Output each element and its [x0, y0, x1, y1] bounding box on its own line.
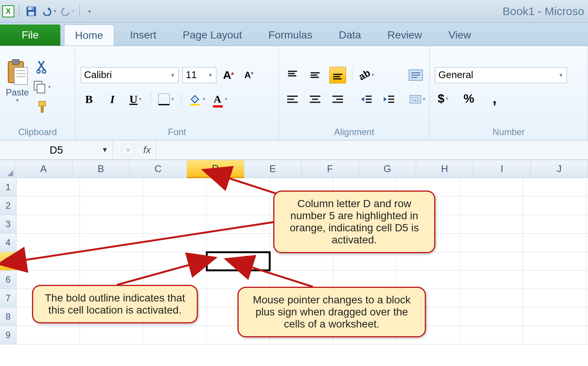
file-tab[interactable]: File — [0, 25, 60, 46]
font-name-value: Calibri — [84, 69, 112, 81]
annotation-callout-outline: The bold outline indicates that this cel… — [32, 285, 198, 323]
dropdown-icon[interactable]: ▼ — [47, 85, 51, 89]
align-middle-button[interactable] — [307, 67, 323, 83]
col-header-G[interactable]: G — [359, 160, 416, 178]
dropdown-icon[interactable]: ▼ — [138, 97, 142, 101]
align-bottom-icon — [332, 70, 344, 80]
row-header-5[interactable]: 5 — [0, 252, 17, 271]
separator — [19, 5, 19, 18]
font-name-combo[interactable]: Calibri ▼ — [81, 67, 179, 83]
row-header-9[interactable]: 9 — [0, 326, 17, 344]
col-header-E[interactable]: E — [244, 160, 302, 178]
align-top-button[interactable] — [284, 67, 301, 83]
svg-rect-15 — [37, 84, 45, 93]
wrap-text-button[interactable] — [407, 67, 424, 83]
row-header-3[interactable]: 3 — [0, 215, 17, 234]
orientation-button[interactable]: ab▼ — [358, 67, 375, 83]
borders-icon — [158, 93, 170, 105]
comma-format-button[interactable]: , — [486, 91, 503, 107]
bold-button[interactable]: B — [81, 91, 97, 108]
tab-home[interactable]: Home — [64, 25, 114, 46]
number-format-combo[interactable]: General ▼ — [435, 67, 567, 83]
tab-formulas[interactable]: Formulas — [258, 25, 323, 46]
paste-button[interactable]: Paste ▼ — [5, 58, 29, 103]
svg-rect-16 — [39, 101, 46, 106]
redo-icon — [60, 7, 70, 16]
save-button[interactable] — [24, 4, 39, 19]
grow-font-button[interactable]: A▴ — [220, 67, 237, 83]
fx-label[interactable]: fx — [143, 144, 151, 156]
dropdown-icon[interactable]: ▼ — [202, 97, 206, 101]
col-header-F[interactable]: F — [302, 160, 359, 178]
merge-icon: a — [409, 94, 421, 105]
percent-format-button[interactable]: % — [461, 91, 477, 107]
align-center-button[interactable] — [307, 91, 323, 108]
accounting-format-button[interactable]: $▼ — [435, 91, 452, 107]
undo-button[interactable]: ▼ — [42, 4, 57, 19]
svg-point-12 — [37, 70, 40, 73]
dropdown-icon[interactable]: ▼ — [422, 97, 426, 101]
row-header-6[interactable]: 6 — [0, 271, 17, 289]
decrease-indent-button[interactable] — [358, 91, 375, 108]
align-right-button[interactable] — [329, 91, 346, 108]
align-bottom-button[interactable] — [329, 67, 346, 83]
row-header-1[interactable]: 1 — [0, 178, 17, 197]
align-center-icon — [309, 95, 321, 104]
customize-qat-button[interactable]: ▾ — [84, 4, 94, 19]
redo-button[interactable]: ▼ — [60, 4, 75, 19]
underline-button[interactable]: U▼ — [127, 91, 144, 108]
font-size-combo[interactable]: 11 ▼ — [182, 67, 216, 83]
title-bar: X ▼ ▼ ▾ Book1 - Microso — [0, 0, 588, 23]
dropdown-icon[interactable]: ▼ — [53, 9, 57, 13]
row-header-2[interactable]: 2 — [0, 197, 17, 215]
dropdown-icon[interactable]: ▼ — [15, 98, 20, 103]
group-label: Alignment — [284, 126, 424, 138]
dropdown-icon[interactable]: ▼ — [445, 97, 449, 101]
excel-logo-icon[interactable]: X — [2, 5, 14, 17]
tab-page-layout[interactable]: Page Layout — [172, 25, 253, 46]
col-header-B[interactable]: B — [72, 160, 130, 178]
italic-button[interactable]: I — [104, 91, 121, 108]
row-header-4[interactable]: 4 — [0, 234, 17, 252]
col-header-D[interactable]: D — [187, 160, 244, 178]
tab-insert[interactable]: Insert — [119, 25, 167, 46]
plus-cursor-icon: ✚ — [241, 254, 251, 268]
dropdown-icon[interactable]: ▼ — [171, 97, 175, 101]
cut-button[interactable] — [33, 58, 51, 75]
row-header-7[interactable]: 7 — [0, 289, 17, 308]
col-header-J[interactable]: J — [531, 160, 588, 178]
format-painter-button[interactable] — [33, 99, 51, 116]
tab-data[interactable]: Data — [328, 25, 372, 46]
shrink-font-button[interactable]: A▾ — [240, 67, 257, 83]
col-header-A[interactable]: A — [15, 160, 72, 178]
tab-view[interactable]: View — [438, 25, 482, 46]
align-left-button[interactable] — [284, 91, 301, 108]
fill-color-button[interactable]: ▼ — [188, 91, 206, 108]
chevron-down-icon: ▾ — [88, 8, 91, 14]
row-header-8[interactable]: 8 — [0, 308, 17, 326]
svg-text:a: a — [415, 98, 416, 101]
orientation-icon: ab — [357, 67, 372, 83]
row-headers: 1 2 3 4 5 6 7 8 9 — [0, 178, 17, 344]
col-header-C[interactable]: C — [130, 160, 187, 178]
borders-button[interactable]: ▼ — [158, 91, 175, 108]
col-header-H[interactable]: H — [416, 160, 473, 178]
wrap-text-icon — [408, 69, 423, 81]
group-label: Font — [81, 126, 273, 138]
svg-rect-18 — [158, 94, 169, 105]
col-header-I[interactable]: I — [473, 160, 531, 178]
select-all-button[interactable] — [0, 160, 15, 178]
formula-input[interactable] — [156, 140, 588, 160]
dropdown-icon[interactable]: ▼ — [224, 97, 228, 101]
group-clipboard: Paste ▼ ▼ Clipboard — [0, 46, 75, 140]
increase-indent-button[interactable] — [381, 91, 397, 108]
cancel-formula-button[interactable]: ● — [121, 143, 136, 157]
tab-review[interactable]: Review — [377, 25, 433, 46]
dropdown-icon[interactable]: ▼ — [71, 9, 75, 13]
font-color-button[interactable]: A ▼ — [213, 91, 229, 108]
name-box[interactable]: D5 ▼ — [0, 140, 113, 160]
chevron-down-icon: ▼ — [558, 72, 564, 78]
group-font: Calibri ▼ 11 ▼ A▴ A▾ B I U▼ ▼ — [75, 46, 279, 140]
copy-button[interactable]: ▼ — [33, 79, 51, 95]
merge-center-button[interactable]: a ▼ — [409, 91, 426, 108]
